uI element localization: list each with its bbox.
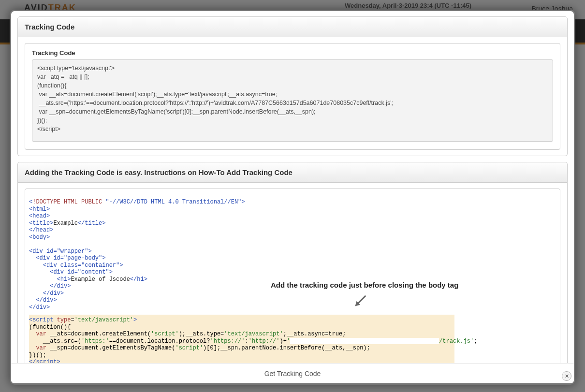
modal-footer: Get Tracking Code — [11, 363, 574, 383]
close-icon: ✕ — [565, 373, 569, 379]
panel-tracking-code-header: Tracking Code — [18, 17, 567, 37]
tracking-code-box: Tracking Code — [25, 43, 560, 150]
callout-text: Add the tracking code just before closin… — [271, 281, 458, 289]
panel-instructions-header: Adding the Tracking Code is easy. Instru… — [18, 162, 567, 183]
modal-footer-text: Get Tracking Code — [264, 370, 321, 377]
highlighted-script-block: <script type='text/javascript'> (functio… — [29, 315, 454, 363]
panel-instructions: Adding the Tracking Code is easy. Instru… — [17, 162, 568, 363]
tracking-code-label: Tracking Code — [32, 49, 553, 57]
panel-instructions-body: <!DOCTYPE HTML PUBLIC "-//W3C//DTD HTML … — [18, 183, 567, 363]
tracking-code-modal: Tracking Code Tracking Code Adding the T… — [10, 10, 575, 385]
panel-tracking-code: Tracking Code Tracking Code — [17, 16, 568, 156]
modal-content-scroll[interactable]: Tracking Code Tracking Code Adding the T… — [13, 13, 572, 363]
example-title-text: Example — [53, 220, 77, 227]
example-h1-text: Example of Jscode — [71, 276, 130, 283]
example-html-code: <!DOCTYPE HTML PUBLIC "-//W3C//DTD HTML … — [25, 199, 560, 311]
panel-tracking-code-body: Tracking Code — [18, 37, 567, 156]
tracking-code-textarea[interactable] — [32, 59, 553, 142]
example-html-wrap: <!DOCTYPE HTML PUBLIC "-//W3C//DTD HTML … — [25, 189, 560, 363]
close-modal-button[interactable]: ✕ — [562, 371, 571, 381]
